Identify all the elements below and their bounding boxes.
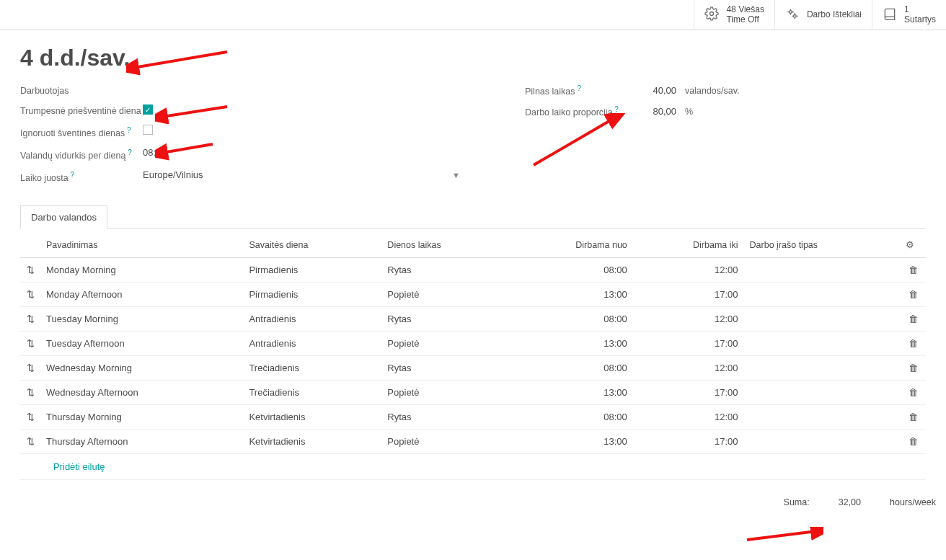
delete-row-button[interactable]: 🗑 — [900, 283, 926, 307]
cell-daypart[interactable]: Rytas — [381, 307, 509, 332]
cell-rectype[interactable] — [744, 283, 900, 307]
help-icon[interactable]: ? — [125, 126, 131, 134]
drag-handle-icon[interactable]: ⇅ — [20, 258, 40, 283]
settings-icon[interactable]: ⚙ — [906, 240, 914, 250]
cell-name[interactable]: Monday Morning — [40, 258, 243, 283]
help-icon[interactable]: ? — [68, 171, 74, 179]
cell-daypart[interactable]: Popietė — [381, 283, 509, 307]
table-row[interactable]: ⇅Tuesday MorningAntradienisRytas08:0012:… — [20, 307, 926, 332]
cell-weekday[interactable]: Antradienis — [243, 332, 381, 356]
cell-from[interactable]: 08:00 — [509, 405, 633, 430]
delete-row-button[interactable]: 🗑 — [900, 307, 926, 332]
help-icon[interactable]: ? — [125, 148, 131, 156]
cell-from[interactable]: 08:00 — [509, 356, 633, 381]
delete-row-button[interactable]: 🗑 — [900, 332, 926, 356]
cell-rectype[interactable] — [744, 307, 900, 332]
drag-handle-icon[interactable]: ⇅ — [20, 332, 40, 356]
cell-to[interactable]: 12:00 — [633, 356, 744, 381]
timezone-value: Europe/Vilnius — [143, 169, 203, 180]
table-row[interactable]: ⇅Monday AfternoonPirmadienisPopietė13:00… — [20, 283, 926, 307]
cell-daypart[interactable]: Rytas — [381, 258, 509, 283]
cell-daypart[interactable]: Rytas — [381, 356, 509, 381]
cell-daypart[interactable]: Popietė — [381, 381, 509, 405]
delete-row-button[interactable]: 🗑 — [900, 258, 926, 283]
table-row[interactable]: ⇅Wednesday AfternoonTrečiadienisPopietė1… — [20, 381, 926, 405]
cell-weekday[interactable]: Pirmadienis — [243, 258, 381, 283]
cell-name[interactable]: Thursday Morning — [40, 405, 243, 430]
cell-name[interactable]: Wednesday Morning — [40, 356, 243, 381]
proportion-value[interactable]: 80,00 — [640, 106, 676, 117]
timeoff-button[interactable]: 48 Viešas Time Off — [694, 0, 774, 30]
col-name[interactable]: Pavadinimas — [40, 232, 243, 258]
cell-from[interactable]: 08:00 — [509, 258, 633, 283]
table-row[interactable]: ⇅Monday MorningPirmadienisRytas08:0012:0… — [20, 258, 926, 283]
table-row[interactable]: ⇅Tuesday AfternoonAntradienisPopietė13:0… — [20, 332, 926, 356]
cell-to[interactable]: 17:00 — [633, 381, 744, 405]
cell-to[interactable]: 12:00 — [633, 307, 744, 332]
cell-from[interactable]: 13:00 — [509, 283, 633, 307]
ignore-holidays-label: Ignoruoti šventines dienas — [20, 128, 125, 138]
delete-row-button[interactable]: 🗑 — [900, 430, 926, 454]
table-row[interactable]: ⇅Thursday MorningKetvirtadienisRytas08:0… — [20, 405, 926, 430]
drag-handle-icon[interactable]: ⇅ — [20, 283, 40, 307]
delete-row-button[interactable]: 🗑 — [900, 405, 926, 430]
cell-from[interactable]: 08:00 — [509, 307, 633, 332]
cell-rectype[interactable] — [744, 332, 900, 356]
cell-to[interactable]: 17:00 — [633, 430, 744, 454]
cell-name[interactable]: Tuesday Morning — [40, 307, 243, 332]
col-from[interactable]: Dirbama nuo — [509, 232, 633, 258]
cell-weekday[interactable]: Pirmadienis — [243, 283, 381, 307]
timezone-select[interactable]: Europe/Vilnius ▼ — [143, 169, 460, 180]
cell-to[interactable]: 12:00 — [633, 405, 744, 430]
help-icon[interactable]: ? — [575, 84, 580, 92]
table-footer: Suma: 32,00 hours/week — [0, 487, 946, 517]
cell-weekday[interactable]: Trečiadienis — [243, 381, 381, 405]
cell-rectype[interactable] — [744, 356, 900, 381]
col-daypart[interactable]: Dienos laikas — [381, 232, 509, 258]
full-time-value[interactable]: 40,00 — [640, 85, 676, 96]
col-rectype[interactable]: Darbo įrašo tipas — [744, 232, 900, 258]
table-row[interactable]: ⇅Wednesday MorningTrečiadienisRytas08:00… — [20, 356, 926, 381]
cell-rectype[interactable] — [744, 430, 900, 454]
cell-name[interactable]: Monday Afternoon — [40, 283, 243, 307]
drag-handle-icon[interactable]: ⇅ — [20, 430, 40, 454]
delete-row-button[interactable]: 🗑 — [900, 381, 926, 405]
resources-button[interactable]: Darbo Ištekliai — [774, 0, 872, 30]
cell-name[interactable]: Thursday Afternoon — [40, 430, 243, 454]
timeoff-label2: Time Off — [726, 15, 764, 25]
cell-from[interactable]: 13:00 — [509, 430, 633, 454]
delete-row-button[interactable]: 🗑 — [900, 356, 926, 381]
cell-weekday[interactable]: Antradienis — [243, 307, 381, 332]
cell-to[interactable]: 17:00 — [633, 283, 744, 307]
cell-daypart[interactable]: Popietė — [381, 332, 509, 356]
avg-hours-field[interactable]: 08:00 — [143, 147, 482, 158]
cell-weekday[interactable]: Ketvirtadienis — [243, 405, 381, 430]
cell-from[interactable]: 13:00 — [509, 332, 633, 356]
col-weekday[interactable]: Savaitės diena — [243, 232, 381, 258]
avg-hours-label: Valandų vidurkis per dieną — [20, 151, 125, 161]
cell-rectype[interactable] — [744, 405, 900, 430]
tab-working-hours[interactable]: Darbo valandos — [20, 205, 107, 229]
cell-rectype[interactable] — [744, 258, 900, 283]
cell-weekday[interactable]: Ketvirtadienis — [243, 430, 381, 454]
cell-daypart[interactable]: Popietė — [381, 430, 509, 454]
col-to[interactable]: Dirbama iki — [633, 232, 744, 258]
table-row[interactable]: ⇅Thursday AfternoonKetvirtadienisPopietė… — [20, 430, 926, 454]
cell-weekday[interactable]: Trečiadienis — [243, 356, 381, 381]
drag-handle-icon[interactable]: ⇅ — [20, 381, 40, 405]
contracts-button[interactable]: 1 Sutartys — [872, 0, 946, 30]
drag-handle-icon[interactable]: ⇅ — [20, 405, 40, 430]
cell-name[interactable]: Wednesday Afternoon — [40, 381, 243, 405]
drag-handle-icon[interactable]: ⇅ — [20, 356, 40, 381]
cell-to[interactable]: 12:00 — [633, 258, 744, 283]
cell-to[interactable]: 17:00 — [633, 332, 744, 356]
cell-name[interactable]: Tuesday Afternoon — [40, 332, 243, 356]
cell-rectype[interactable] — [744, 381, 900, 405]
help-icon[interactable]: ? — [613, 105, 619, 113]
cell-from[interactable]: 13:00 — [509, 381, 633, 405]
add-line-link[interactable]: Pridėti eilutę — [20, 454, 926, 480]
cell-daypart[interactable]: Rytas — [381, 405, 509, 430]
shorter-preholiday-checkbox[interactable]: ✓ — [143, 105, 153, 115]
ignore-holidays-checkbox[interactable] — [143, 125, 153, 135]
drag-handle-icon[interactable]: ⇅ — [20, 307, 40, 332]
